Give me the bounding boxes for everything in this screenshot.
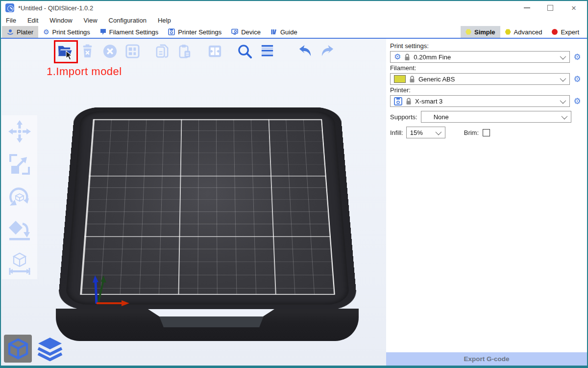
plater-toolbar — [56, 42, 337, 60]
print-settings-label: Print settings: — [390, 42, 582, 50]
undo-button[interactable] — [296, 42, 314, 60]
filament-icon — [100, 28, 106, 35]
rotate-icon — [7, 185, 32, 210]
scale-icon — [7, 152, 32, 177]
app-logo-icon — [5, 3, 14, 12]
view-toggles — [4, 335, 64, 363]
redo-button[interactable] — [318, 42, 337, 60]
printer-icon — [168, 28, 175, 35]
cube-wireframe-icon — [7, 338, 29, 360]
tab-plater[interactable]: Plater — [2, 26, 38, 38]
guide-icon — [270, 28, 277, 35]
menu-edit[interactable]: Edit — [27, 17, 38, 24]
paste-button[interactable] — [176, 42, 194, 60]
delete-all-button[interactable] — [101, 42, 119, 60]
plater-icon — [7, 28, 14, 35]
advanced-mode-icon — [505, 29, 511, 35]
menu-bar: File Edit Window View Configuration Help — [1, 15, 587, 26]
import-annotation-label: 1.Import model — [47, 65, 122, 78]
arrange-button[interactable] — [123, 42, 142, 60]
mode-expert[interactable]: Expert — [547, 26, 584, 38]
settings-panel: Print settings: ⚙ 0.20mm Fine ⚙ Filament… — [386, 39, 587, 366]
print-settings-combo[interactable]: ⚙ 0.20mm Fine — [390, 51, 570, 63]
export-gcode-button[interactable]: Export G-code — [386, 352, 587, 366]
layers-stack-icon — [37, 337, 63, 361]
chevron-down-icon — [560, 97, 566, 104]
printer-icon — [394, 97, 402, 105]
variable-layer-height-button[interactable] — [258, 42, 276, 60]
lock-icon — [404, 53, 410, 61]
side-toolbar — [2, 115, 37, 279]
mode-advanced[interactable]: Advanced — [500, 26, 547, 38]
place-on-face-button[interactable] — [7, 218, 32, 242]
menu-window[interactable]: Window — [49, 17, 72, 24]
tab-bar: Plater ⚙ Print Settings Filament Setting… — [1, 26, 587, 39]
bed-handle-recess — [158, 316, 265, 327]
filament-value: Generic ABS — [418, 76, 557, 83]
delete-button[interactable] — [78, 42, 97, 60]
search-button[interactable] — [236, 42, 254, 60]
tab-print-settings[interactable]: ⚙ Print Settings — [38, 26, 95, 38]
split-objects-button[interactable] — [206, 42, 224, 60]
gear-icon: ⚙ — [43, 28, 49, 35]
infill-label: Infill: — [390, 129, 403, 136]
filament-gear-button[interactable]: ⚙ — [572, 75, 582, 83]
expert-mode-icon — [552, 29, 558, 35]
menu-view[interactable]: View — [84, 17, 98, 24]
title-bar: *Untitled - QIDISlicer-1.0.2 × — [1, 1, 587, 15]
3d-viewport[interactable]: 1.Import model — [1, 39, 386, 366]
chevron-down-icon — [435, 129, 441, 135]
menu-configuration[interactable]: Configuration — [109, 17, 147, 24]
maximize-button[interactable] — [546, 3, 555, 12]
simple-mode-icon — [466, 29, 471, 35]
tab-printer-settings[interactable]: Printer Settings — [163, 26, 226, 38]
supports-label: Supports: — [390, 113, 417, 121]
lock-icon — [409, 76, 415, 83]
brim-checkbox[interactable] — [483, 129, 490, 136]
bed-handle-notch — [148, 309, 274, 316]
supports-combo[interactable]: None — [421, 111, 571, 123]
filament-combo[interactable]: Generic ABS — [390, 73, 570, 85]
tab-device[interactable]: Device — [226, 26, 266, 38]
3d-editor-view-button[interactable] — [4, 335, 32, 363]
chevron-down-icon — [562, 113, 568, 119]
measure-button[interactable] — [7, 251, 32, 275]
measure-icon — [7, 251, 32, 275]
infill-combo[interactable]: 15% — [406, 127, 445, 138]
printer-value: X-smart 3 — [415, 98, 557, 105]
print-settings-value: 0.20mm Fine — [414, 53, 557, 61]
move-button[interactable] — [7, 119, 32, 144]
lock-icon — [406, 98, 412, 105]
menu-file[interactable]: File — [6, 17, 16, 24]
printer-gear-button[interactable]: ⚙ — [572, 97, 582, 105]
mouse-cursor-icon — [65, 51, 74, 60]
scale-button[interactable] — [7, 152, 32, 177]
window-title: *Untitled - QIDISlicer-1.0.2 — [18, 4, 522, 12]
tab-guide[interactable]: Guide — [266, 26, 302, 38]
tab-filament-settings[interactable]: Filament Settings — [95, 26, 163, 38]
place-on-face-icon — [7, 218, 32, 242]
filament-label: Filament: — [390, 64, 582, 72]
preview-view-button[interactable] — [36, 335, 64, 363]
brim-label: Brim: — [464, 129, 479, 136]
print-settings-gear-button[interactable]: ⚙ — [572, 53, 582, 61]
copy-button[interactable] — [153, 42, 172, 60]
axes-indicator — [88, 268, 133, 310]
minimize-button[interactable] — [522, 3, 531, 12]
app-window: *Untitled - QIDISlicer-1.0.2 × File Edit… — [0, 0, 588, 368]
infill-value: 15% — [410, 129, 432, 136]
mode-simple[interactable]: Simple — [461, 26, 500, 38]
menu-help[interactable]: Help — [158, 17, 171, 24]
move-arrows-icon — [7, 119, 32, 144]
chevron-down-icon — [560, 53, 566, 59]
chevron-down-icon — [560, 75, 566, 81]
printer-combo[interactable]: X-smart 3 — [390, 95, 570, 107]
close-button[interactable]: × — [569, 3, 578, 12]
rotate-button[interactable] — [7, 185, 32, 210]
supports-value: None — [425, 113, 558, 121]
device-icon — [231, 28, 238, 35]
gear-icon: ⚙ — [394, 53, 401, 61]
printer-label: Printer: — [390, 86, 582, 94]
mode-switcher: Simple Advanced Expert — [461, 26, 587, 38]
filament-color-swatch — [394, 75, 406, 83]
